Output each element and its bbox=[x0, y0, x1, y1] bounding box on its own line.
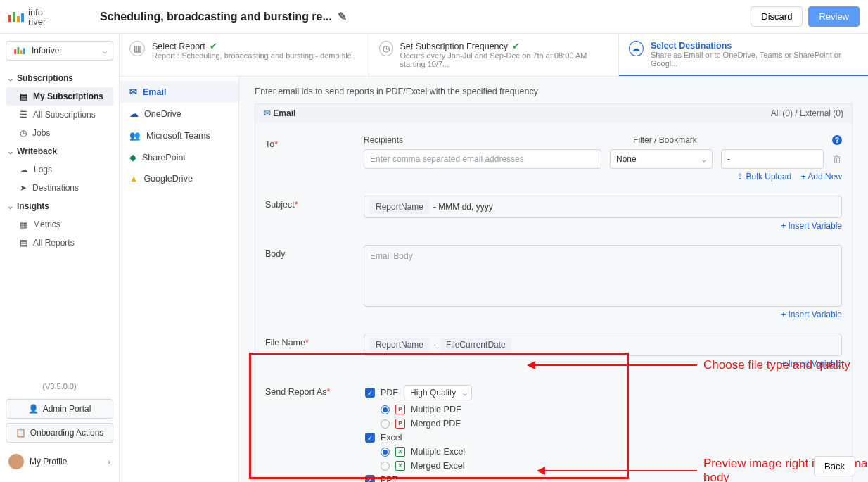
step-sub-1: Report : Scheduling, broadcasting and bu… bbox=[152, 51, 352, 60]
left-nav: Inforiver ⌵ ⌵Subscriptions ▤My Subscript… bbox=[0, 34, 120, 482]
pdf-multiple-radio[interactable]: P Multiple PDF bbox=[365, 402, 842, 417]
discard-button[interactable]: Discard bbox=[751, 6, 803, 27]
metrics-icon: ▦ bbox=[20, 220, 27, 229]
chevron-right-icon: › bbox=[108, 458, 110, 466]
destination-list: ✉Email ☁OneDrive 👥Microsoft Teams ◆Share… bbox=[120, 77, 239, 482]
step-title-2: Set Subscription Frequency bbox=[400, 42, 509, 51]
add-new-link[interactable]: + Add New bbox=[801, 172, 842, 182]
check-icon: ✔ bbox=[512, 41, 520, 51]
insert-variable-link[interactable]: + Insert Variable bbox=[781, 310, 842, 319]
body-textarea[interactable]: Email Body bbox=[364, 245, 842, 307]
dest-sharepoint[interactable]: ◆SharePoint bbox=[120, 146, 238, 168]
workspace-label: Inforiver bbox=[32, 46, 62, 56]
pdf-merged-radio[interactable]: P Merged PDF bbox=[365, 417, 842, 431]
email-icon: ✉ bbox=[264, 108, 271, 118]
nav-all-subscriptions[interactable]: ☰All Subscriptions bbox=[6, 106, 113, 124]
chevron-down-icon: ⌵ bbox=[702, 156, 706, 163]
onboarding-button[interactable]: 📋Onboarding Actions bbox=[6, 423, 113, 443]
excel-file-icon: X bbox=[395, 461, 405, 471]
annotation-arrow bbox=[527, 361, 535, 369]
email-icon: ✉ bbox=[129, 87, 137, 97]
intro-text: Enter email ids to send reports in PDF/E… bbox=[255, 87, 853, 96]
form-area: Enter email ids to send reports in PDF/E… bbox=[239, 77, 868, 482]
logo-icon bbox=[8, 12, 24, 22]
report-icon: ▥ bbox=[129, 41, 145, 56]
profile-row[interactable]: My Profile › bbox=[6, 448, 113, 475]
subject-input[interactable]: ReportName - MMM dd, yyyy bbox=[364, 196, 842, 218]
admin-portal-button[interactable]: 👤Admin Portal bbox=[6, 399, 113, 419]
checkbox-checked-icon: ✓ bbox=[365, 433, 375, 443]
nav-metrics[interactable]: ▦Metrics bbox=[6, 215, 113, 234]
nav-group-subscriptions[interactable]: ⌵Subscriptions bbox=[6, 69, 113, 87]
annotation-text-1: Choose file type and quality bbox=[703, 358, 850, 372]
clock-step-icon: ◷ bbox=[379, 41, 393, 56]
logs-icon: ☁ bbox=[20, 165, 28, 175]
step-destinations[interactable]: ☁ Select Destinations Share as Email or … bbox=[619, 34, 868, 76]
page-title: Scheduling, broadcasting and bursting re… bbox=[100, 11, 332, 23]
step-title-3: Select Destinations bbox=[651, 41, 732, 51]
variable-chip[interactable]: ReportName bbox=[370, 338, 429, 352]
step-frequency[interactable]: ◷ Set Subscription Frequency✔ Occurs eve… bbox=[369, 34, 619, 76]
workspace-selector[interactable]: Inforiver ⌵ bbox=[6, 41, 113, 61]
label-send-as: Send Report As* bbox=[265, 383, 364, 397]
label-body: Body bbox=[265, 245, 364, 259]
variable-chip[interactable]: ReportName bbox=[370, 200, 429, 214]
onedrive-icon: ☁ bbox=[129, 108, 139, 119]
clipboard-icon: 📋 bbox=[15, 428, 26, 438]
recipient-count: All (0) / External (0) bbox=[771, 108, 843, 118]
nav-logs[interactable]: ☁Logs bbox=[6, 160, 113, 179]
dest-onedrive[interactable]: ☁OneDrive bbox=[120, 103, 238, 125]
page-title-row: Scheduling, broadcasting and bursting re… bbox=[100, 10, 751, 23]
bookmark-select[interactable]: - bbox=[721, 149, 824, 169]
logo-text: info river bbox=[28, 8, 46, 26]
review-button[interactable]: Review bbox=[808, 6, 860, 27]
edit-title-icon[interactable]: ✎ bbox=[338, 10, 347, 23]
label-filename: File Name* bbox=[265, 334, 364, 348]
gdrive-icon: ▲ bbox=[129, 174, 138, 184]
radio-unselected-icon bbox=[381, 419, 390, 429]
annotation-line bbox=[535, 364, 697, 366]
pdf-file-icon: P bbox=[395, 419, 405, 429]
nav-group-insights[interactable]: ⌵Insights bbox=[6, 197, 113, 215]
label-to: To* bbox=[265, 135, 364, 149]
sharepoint-icon: ◆ bbox=[129, 152, 136, 163]
chevron-down-icon: ⌵ bbox=[463, 389, 467, 397]
excel-checkbox[interactable]: ✓ Excel bbox=[365, 431, 842, 445]
dest-email[interactable]: ✉Email bbox=[120, 81, 238, 103]
filter-header: Filter / Bookmark bbox=[633, 135, 697, 148]
dest-googledrive[interactable]: ▲GoogleDrive bbox=[120, 168, 238, 189]
pdf-quality-select[interactable]: High Quality⌵ bbox=[404, 385, 472, 400]
insert-variable-link[interactable]: + Insert Variable bbox=[781, 221, 842, 231]
recipients-header: Recipients bbox=[364, 135, 625, 148]
cloud-icon: ☁ bbox=[629, 41, 644, 56]
step-title-1: Select Report bbox=[152, 42, 205, 51]
back-button[interactable]: Back bbox=[814, 456, 855, 476]
send-icon: ➤ bbox=[20, 183, 27, 193]
step-select-report[interactable]: ▥ Select Report✔ Report : Scheduling, br… bbox=[120, 34, 369, 76]
checkbox-checked-icon: ✓ bbox=[365, 388, 375, 398]
check-icon: ✔ bbox=[210, 41, 217, 51]
step-sub-2: Occurs every Jan-Jul and Sep-Dec on 7th … bbox=[400, 51, 609, 68]
radio-selected-icon bbox=[381, 405, 390, 414]
chart-icon bbox=[14, 47, 25, 54]
delete-row-icon[interactable]: 🗑 bbox=[832, 153, 842, 165]
nav-group-writeback[interactable]: ⌵Writeback bbox=[6, 142, 113, 160]
nav-my-subscriptions[interactable]: ▤My Subscriptions bbox=[6, 87, 113, 106]
pdf-checkbox[interactable]: ✓ PDF High Quality⌵ bbox=[365, 383, 842, 402]
bulk-upload-link[interactable]: ⇪ Bulk Upload bbox=[736, 172, 791, 182]
nav-destinations[interactable]: ➤Destinations bbox=[6, 179, 113, 197]
checkbox-checked-icon: ✓ bbox=[365, 475, 375, 482]
clock-icon: ◷ bbox=[20, 128, 27, 138]
nav-all-reports[interactable]: ▤All Reports bbox=[6, 234, 113, 252]
dest-teams[interactable]: 👥Microsoft Teams bbox=[120, 125, 238, 146]
recipients-input[interactable] bbox=[364, 149, 601, 169]
annotation-line bbox=[545, 470, 697, 471]
reports-icon: ▤ bbox=[20, 238, 27, 248]
help-icon[interactable]: ? bbox=[832, 135, 842, 145]
filter-select[interactable]: None⌵ bbox=[610, 149, 713, 169]
annotation-arrow bbox=[537, 467, 545, 475]
nav-jobs[interactable]: ◷Jobs bbox=[6, 124, 113, 142]
variable-chip[interactable]: FileCurrentDate bbox=[440, 338, 511, 352]
filename-input[interactable]: ReportName - FileCurrentDate bbox=[364, 334, 842, 356]
teams-icon: 👥 bbox=[129, 130, 141, 141]
